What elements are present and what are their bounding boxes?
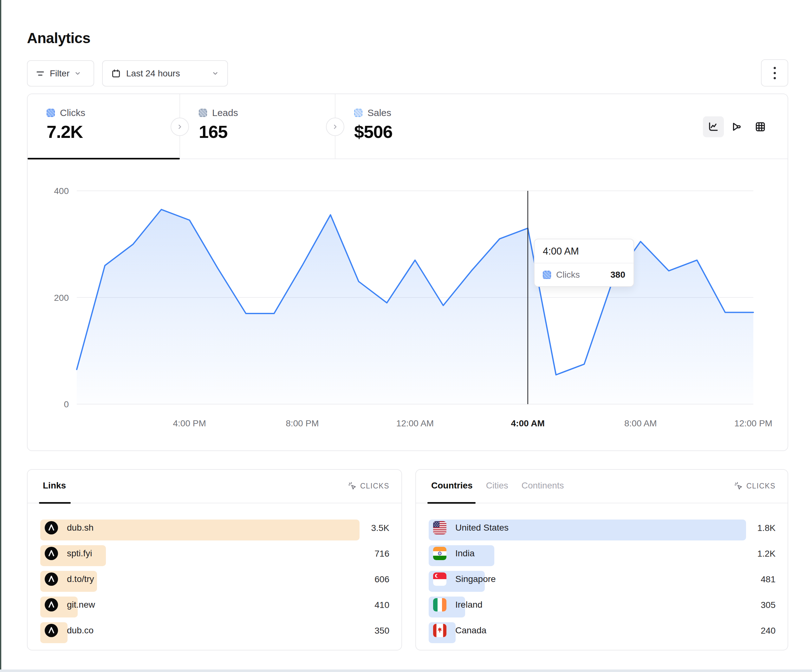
countries-list: United States1.8KIndia1.2KSingapore481Ir…: [429, 517, 776, 646]
row-label: Canada: [455, 625, 486, 636]
dub-logo-icon: [45, 624, 58, 637]
stat-tabs-row: Clicks 7.2K Leads 165 Sales $506: [27, 94, 788, 159]
tab-clicks[interactable]: Clicks 7.2K: [27, 94, 180, 159]
row-label: git.new: [67, 600, 95, 610]
clicks-tab-value: 7.2K: [47, 121, 180, 142]
links-active-tab-indicator: [39, 502, 71, 504]
links-list: dub.sh3.5Kspti.fyi716d.to/try606git.new4…: [40, 517, 389, 646]
tooltip-time: 4:00 AM: [535, 239, 633, 263]
filter-button-label: Filter: [50, 68, 70, 78]
clicks-area-chart[interactable]: 02004004:00 PM8:00 PM12:00 AM4:00 AM8:00…: [27, 159, 788, 450]
bottom-strip: [0, 669, 812, 672]
sales-legend-chip: [354, 109, 362, 117]
row-label: United States: [455, 523, 508, 533]
cursor-click-icon: [734, 481, 743, 491]
links-panel: Links CLICKS dub.sh3.5Kspti.fyi716d.to/t…: [27, 469, 402, 650]
countries-active-tab-indicator: [427, 502, 476, 504]
row-value: 410: [374, 600, 389, 610]
x-axis-tick: 8:00 AM: [624, 418, 657, 428]
tab-links[interactable]: Links: [43, 481, 66, 491]
flag-ca-icon: [433, 624, 447, 637]
line-chart-view-button[interactable]: [703, 116, 724, 137]
dub-logo-icon: [45, 547, 58, 560]
links-panel-header: Links CLICKS: [27, 470, 401, 503]
dub-logo-icon: [45, 598, 58, 611]
x-axis-tick: 4:00 AM: [511, 418, 545, 428]
y-axis-tick: 200: [54, 293, 69, 303]
flag-sg-icon: [433, 573, 447, 586]
tooltip-series-chip: [543, 271, 551, 279]
x-axis-tick: 12:00 PM: [734, 418, 773, 428]
row-value: 606: [374, 574, 389, 585]
flag-us-icon: [433, 521, 447, 534]
list-item[interactable]: dub.sh3.5K: [40, 517, 389, 543]
row-value: 481: [761, 574, 776, 585]
tab-cities[interactable]: Cities: [486, 481, 508, 491]
sales-tab-value: $506: [354, 121, 491, 142]
calendar-icon: [111, 68, 121, 78]
row-label: Ireland: [455, 600, 483, 610]
chevron-down-icon: [74, 70, 82, 77]
row-label: dub.co: [67, 625, 94, 636]
countries-metric-label: CLICKS: [746, 482, 776, 490]
filter-button[interactable]: Filter: [27, 60, 94, 87]
dub-logo-icon: [45, 573, 58, 586]
row-label: spti.fyi: [67, 548, 92, 559]
links-metric-badge[interactable]: CLICKS: [348, 481, 389, 491]
row-label: India: [455, 548, 475, 559]
row-label: Singapore: [455, 574, 496, 584]
row-value: 305: [761, 600, 776, 610]
date-range-label: Last 24 hours: [126, 68, 180, 78]
list-item[interactable]: India1.2K: [429, 543, 776, 569]
leads-legend-chip: [199, 109, 207, 117]
countries-metric-badge[interactable]: CLICKS: [734, 481, 776, 491]
row-value: 240: [761, 626, 776, 636]
x-axis-tick: 4:00 PM: [173, 418, 206, 428]
list-item[interactable]: Ireland305: [429, 594, 776, 620]
clicks-tab-label: Clicks: [60, 107, 85, 118]
list-item[interactable]: dub.co350: [40, 620, 389, 646]
more-options-button[interactable]: [761, 59, 788, 87]
countries-panel-header: Countries Cities Continents CLICKS: [416, 470, 788, 503]
tab-sales[interactable]: Sales $506: [335, 94, 491, 159]
table-view-button[interactable]: [750, 116, 771, 137]
row-value: 716: [374, 549, 389, 559]
row-value: 1.2K: [757, 549, 776, 559]
leads-tab-label: Leads: [212, 107, 238, 118]
funnel-view-button[interactable]: [727, 116, 747, 137]
list-item[interactable]: spti.fyi716: [40, 543, 389, 569]
leads-tab-value: 165: [199, 121, 335, 142]
list-item[interactable]: d.to/try606: [40, 569, 389, 594]
dub-logo-icon: [45, 521, 58, 534]
analytics-card: Clicks 7.2K Leads 165 Sales $506: [27, 94, 788, 451]
list-item[interactable]: United States1.8K: [429, 517, 776, 543]
row-label: d.to/try: [67, 574, 94, 584]
links-metric-label: CLICKS: [360, 482, 389, 490]
y-axis-tick: 400: [54, 186, 69, 196]
tab-countries[interactable]: Countries: [431, 481, 473, 491]
tab-continents[interactable]: Continents: [522, 481, 564, 491]
countries-panel: Countries Cities Continents CLICKS Unite…: [415, 469, 788, 650]
cursor-click-icon: [348, 481, 357, 491]
y-axis-tick: 0: [64, 399, 69, 409]
list-item[interactable]: Canada240: [429, 620, 776, 646]
list-item[interactable]: git.new410: [40, 594, 389, 620]
chevron-down-icon: [212, 70, 219, 77]
tooltip-series-label: Clicks: [556, 270, 605, 280]
date-range-button[interactable]: Last 24 hours: [102, 60, 228, 87]
tab-leads[interactable]: Leads 165: [180, 94, 335, 159]
list-item[interactable]: Singapore481: [429, 569, 776, 594]
flag-in-icon: [433, 547, 447, 560]
row-value: 3.5K: [371, 523, 389, 533]
filter-icon: [35, 68, 45, 78]
flag-ie-icon: [433, 598, 447, 611]
left-accent-edge: [0, 0, 1, 672]
x-axis-tick: 12:00 AM: [396, 418, 434, 428]
page-title: Analytics: [27, 29, 90, 47]
chart-tooltip: 4:00 AM Clicks 380: [534, 239, 634, 287]
row-value: 350: [374, 626, 389, 636]
x-axis-tick: 8:00 PM: [286, 418, 319, 428]
sales-tab-label: Sales: [367, 107, 391, 118]
row-label: dub.sh: [67, 523, 94, 533]
row-value: 1.8K: [757, 523, 776, 533]
